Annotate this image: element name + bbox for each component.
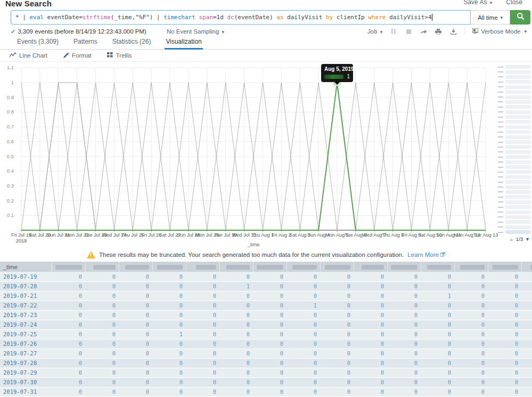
value-cell[interactable]: 0	[253, 291, 287, 301]
value-cell[interactable]: 0	[287, 368, 320, 377]
value-cell[interactable]: 0	[387, 310, 421, 320]
value-cell[interactable]: 0	[354, 301, 387, 310]
tab-statistics[interactable]: Statistics (26)	[105, 38, 159, 49]
value-cell[interactable]: 0	[253, 349, 287, 358]
legend-item-redacted[interactable]	[498, 220, 531, 224]
time-cell[interactable]: 2019-07-26	[0, 339, 52, 349]
value-cell[interactable]: 0	[186, 301, 219, 310]
value-cell[interactable]: 0	[354, 349, 387, 358]
column-header-redacted[interactable]	[421, 262, 454, 272]
value-cell[interactable]: 0	[421, 339, 454, 349]
column-header-redacted[interactable]	[253, 262, 287, 272]
value-cell[interactable]: 0	[387, 377, 421, 387]
legend-item-redacted[interactable]	[498, 180, 531, 184]
value-cell[interactable]: 0	[186, 320, 219, 329]
value-cell[interactable]: 0	[186, 349, 219, 358]
column-header-redacted[interactable]	[488, 262, 521, 272]
value-cell[interactable]: 0	[354, 291, 387, 301]
time-cell[interactable]: 2019-07-31	[0, 387, 52, 396]
legend-item-redacted[interactable]	[498, 169, 531, 174]
value-cell[interactable]: 0	[320, 320, 354, 329]
value-cell[interactable]: 0	[488, 320, 521, 329]
value-cell[interactable]: 0	[152, 281, 186, 291]
value-cell[interactable]: 0	[85, 301, 119, 310]
value-cell[interactable]: 0	[119, 301, 152, 310]
value-cell[interactable]: 0	[85, 387, 119, 396]
legend-item-redacted[interactable]	[498, 110, 531, 115]
value-cell[interactable]: 0	[320, 329, 354, 339]
value-cell[interactable]: 0	[454, 291, 488, 301]
value-cell[interactable]: 0	[253, 339, 287, 349]
column-header-redacted[interactable]	[521, 262, 532, 272]
value-cell[interactable]: 0	[454, 301, 488, 310]
chart-legend-redacted[interactable]	[498, 64, 531, 234]
value-cell[interactable]: 0	[354, 310, 387, 320]
column-header-redacted[interactable]	[52, 262, 85, 272]
value-cell[interactable]: 0	[287, 358, 320, 368]
value-cell[interactable]: 0	[52, 387, 85, 396]
value-cell[interactable]: 0	[52, 358, 85, 368]
close-button[interactable]: Close	[506, 0, 522, 6]
value-cell[interactable]: 0	[52, 339, 85, 349]
value-cell[interactable]: 0	[320, 377, 354, 387]
value-cell[interactable]: 0	[287, 387, 320, 396]
value-cell[interactable]: 0	[287, 349, 320, 358]
value-cell[interactable]: 0	[85, 291, 119, 301]
value-cell[interactable]: 0	[354, 320, 387, 329]
event-sampling-menu[interactable]: No Event Sampling ▾	[167, 28, 224, 35]
value-cell[interactable]: 0	[219, 358, 253, 368]
value-cell[interactable]: 0	[454, 281, 488, 291]
value-cell[interactable]: 0	[287, 329, 320, 339]
chart-type-picker[interactable]: Line Chart	[10, 52, 47, 59]
value-cell[interactable]: 0	[354, 281, 387, 291]
value-cell[interactable]: 0	[52, 272, 85, 281]
legend-item-redacted[interactable]	[498, 119, 531, 124]
search-mode-menu[interactable]: Verbose Mode ▾	[472, 28, 527, 35]
value-cell[interactable]: 0	[488, 301, 521, 310]
value-cell[interactable]: 0	[186, 387, 219, 396]
share-job-icon[interactable]	[420, 28, 427, 35]
legend-item-redacted[interactable]	[498, 144, 531, 149]
value-cell[interactable]: 0	[186, 272, 219, 281]
value-cell[interactable]: 0	[219, 387, 253, 396]
value-cell[interactable]: 0	[85, 272, 119, 281]
value-cell[interactable]: 0	[488, 329, 521, 339]
legend-item-redacted[interactable]	[498, 140, 531, 144]
trellis-button[interactable]: Trellis	[107, 52, 132, 59]
value-cell[interactable]: 0	[454, 377, 488, 387]
value-cell[interactable]: 0	[85, 368, 119, 377]
value-cell[interactable]: 1	[421, 291, 454, 301]
value-cell[interactable]: 0	[320, 387, 354, 396]
column-header-redacted[interactable]	[454, 262, 488, 272]
value-cell[interactable]: 0	[52, 368, 85, 377]
value-cell[interactable]: 0	[253, 301, 287, 310]
value-cell[interactable]: 0	[85, 349, 119, 358]
tab-visualization[interactable]: Visualization	[158, 38, 209, 49]
value-cell[interactable]: 0	[219, 291, 253, 301]
value-cell[interactable]: 0	[320, 272, 354, 281]
value-cell[interactable]: 0	[387, 387, 421, 396]
value-cell[interactable]: 0	[52, 377, 85, 387]
value-cell[interactable]: 1	[219, 281, 253, 291]
value-cell[interactable]: 0	[387, 320, 421, 329]
column-header-redacted[interactable]	[152, 262, 186, 272]
legend-item-redacted[interactable]	[498, 94, 531, 99]
legend-item-redacted[interactable]	[498, 230, 531, 234]
value-cell[interactable]: 0	[119, 368, 152, 377]
value-cell[interactable]: 0	[219, 339, 253, 349]
legend-item-redacted[interactable]	[498, 69, 531, 74]
value-cell[interactable]: 0	[219, 320, 253, 329]
export-download-icon[interactable]	[449, 28, 457, 35]
timechart-plot[interactable]: 1.110.90.80.70.60.50.40.30.20.1Fri Jul 1…	[0, 62, 498, 247]
value-cell[interactable]: 0	[387, 281, 421, 291]
value-cell[interactable]: 0	[152, 339, 186, 349]
value-cell[interactable]: 0	[421, 349, 454, 358]
value-cell[interactable]: 0	[52, 320, 85, 329]
value-cell[interactable]: 0	[52, 281, 85, 291]
value-cell[interactable]: 0	[119, 281, 152, 291]
value-cell[interactable]: 0	[85, 329, 119, 339]
value-cell[interactable]: 0	[387, 301, 421, 310]
legend-item-redacted[interactable]	[498, 184, 531, 189]
value-cell[interactable]: 0	[52, 329, 85, 339]
legend-item-redacted[interactable]	[498, 215, 531, 220]
